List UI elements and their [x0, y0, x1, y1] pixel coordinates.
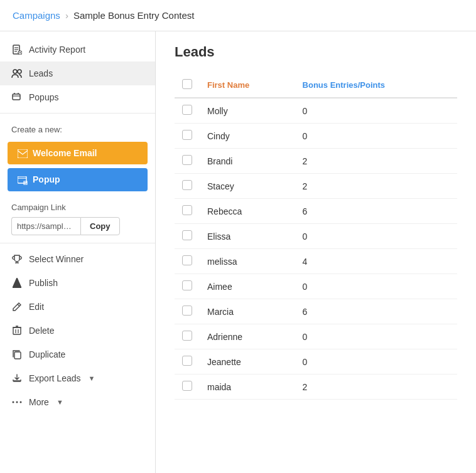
table-row: Molly 0 [175, 98, 457, 124]
row-first-name: Brandi [200, 149, 295, 174]
row-first-name: Aimee [200, 274, 295, 299]
campaign-link-label: Campaign Link [11, 203, 144, 212]
svg-rect-21 [13, 327, 21, 334]
publish-label: Publish [29, 278, 58, 288]
row-checkbox[interactable] [182, 381, 192, 391]
svg-rect-14 [18, 176, 26, 183]
row-bonus-entries: 0 [295, 98, 457, 124]
sidebar-activity-report-label: Activity Report [29, 45, 85, 55]
leads-title: Leads [175, 44, 457, 60]
row-first-name: Marcia [200, 299, 295, 324]
svg-rect-9 [13, 94, 20, 100]
svg-point-29 [20, 401, 22, 403]
sidebar-divider-1 [0, 113, 155, 114]
svg-point-27 [13, 401, 14, 403]
svg-rect-26 [14, 352, 21, 359]
row-checkbox[interactable] [182, 331, 192, 341]
header-checkbox-cell [175, 73, 200, 98]
table-row: Brandi 2 [175, 149, 457, 174]
row-checkbox[interactable] [182, 306, 192, 316]
row-checkbox[interactable] [182, 356, 192, 366]
sidebar-item-duplicate[interactable]: Duplicate [0, 343, 155, 366]
campaigns-link[interactable]: Campaigns [13, 10, 60, 21]
table-row: Adrienne 0 [175, 324, 457, 349]
row-checkbox-cell [175, 349, 200, 375]
table-row: maida 2 [175, 375, 457, 400]
table-row: Cindy 0 [175, 124, 457, 149]
campaign-link-section: Campaign Link Copy [0, 195, 155, 239]
table-row: melissa 4 [175, 249, 457, 274]
breadcrumb-chevron: › [65, 10, 68, 21]
sidebar-item-select-winner[interactable]: Select Winner [0, 247, 155, 271]
row-bonus-entries: 0 [295, 349, 457, 375]
header-bonus-entries: Bonus Entries/Points [295, 73, 457, 98]
sidebar-item-edit[interactable]: Edit [0, 295, 155, 319]
svg-marker-19 [13, 278, 21, 288]
row-checkbox-cell [175, 299, 200, 324]
campaign-link-input[interactable] [11, 217, 80, 235]
trophy-icon [11, 253, 23, 265]
svg-rect-13 [18, 149, 28, 158]
table-row: Rebecca 6 [175, 199, 457, 224]
svg-point-28 [16, 401, 18, 403]
row-checkbox[interactable] [182, 180, 192, 190]
row-checkbox[interactable] [182, 155, 192, 165]
row-checkbox-cell [175, 375, 200, 400]
row-bonus-entries: 0 [295, 274, 457, 299]
row-first-name: Cindy [200, 124, 295, 149]
copy-button[interactable]: Copy [80, 217, 120, 235]
row-checkbox-cell [175, 199, 200, 224]
row-checkbox[interactable] [182, 105, 192, 115]
svg-point-8 [18, 70, 21, 73]
envelope-icon [18, 148, 28, 158]
sidebar-leads-label: Leads [29, 68, 53, 78]
row-first-name: melissa [200, 249, 295, 274]
welcome-email-button[interactable]: Welcome Email [8, 142, 148, 164]
row-checkbox-cell [175, 324, 200, 349]
svg-point-7 [13, 70, 17, 73]
export-leads-icon [11, 373, 23, 384]
create-new-label: Create a new: [0, 117, 155, 138]
sidebar-item-export-leads[interactable]: Export Leads ▼ [0, 366, 155, 390]
row-first-name: Jeanette [200, 349, 295, 375]
row-checkbox-cell [175, 149, 200, 174]
export-leads-dropdown-icon: ▼ [89, 375, 95, 382]
row-first-name: Rebecca [200, 199, 295, 224]
row-checkbox[interactable] [182, 255, 192, 265]
delete-label: Delete [29, 326, 54, 336]
more-label: More [29, 397, 49, 407]
sidebar-item-leads[interactable]: Leads [0, 61, 155, 85]
table-row: Jeanette 0 [175, 349, 457, 375]
row-checkbox-cell [175, 124, 200, 149]
sidebar-item-popups[interactable]: Popups [0, 85, 155, 109]
sidebar-divider-2 [0, 243, 155, 243]
row-checkbox-cell [175, 174, 200, 199]
duplicate-label: Duplicate [29, 349, 65, 359]
leads-table: First Name Bonus Entries/Points Molly 0 … [175, 73, 457, 400]
row-checkbox[interactable] [182, 130, 192, 140]
row-bonus-entries: 0 [295, 124, 457, 149]
more-icon [11, 396, 23, 408]
popup-icon [18, 174, 28, 184]
popup-button[interactable]: Popup [8, 168, 148, 191]
sidebar-popups-label: Popups [29, 92, 58, 102]
row-first-name: Stacey [200, 174, 295, 199]
row-bonus-entries: 0 [295, 324, 457, 349]
row-checkbox[interactable] [182, 280, 192, 290]
row-first-name: maida [200, 375, 295, 400]
row-checkbox[interactable] [182, 230, 192, 240]
row-first-name: Adrienne [200, 324, 295, 349]
sidebar-item-activity-report[interactable]: Activity Report [0, 38, 155, 61]
row-bonus-entries: 6 [295, 299, 457, 324]
select-winner-label: Select Winner [29, 254, 84, 264]
edit-icon [11, 301, 23, 312]
sidebar-item-publish[interactable]: Publish [0, 271, 155, 295]
duplicate-icon [11, 349, 23, 360]
leads-icon [11, 68, 23, 79]
header-checkbox[interactable] [182, 79, 192, 89]
header-first-name: First Name [200, 73, 295, 98]
sidebar-item-more[interactable]: More ▼ [0, 390, 155, 414]
sidebar-item-delete[interactable]: Delete [0, 319, 155, 343]
row-checkbox[interactable] [182, 205, 192, 215]
popups-icon [11, 92, 23, 103]
